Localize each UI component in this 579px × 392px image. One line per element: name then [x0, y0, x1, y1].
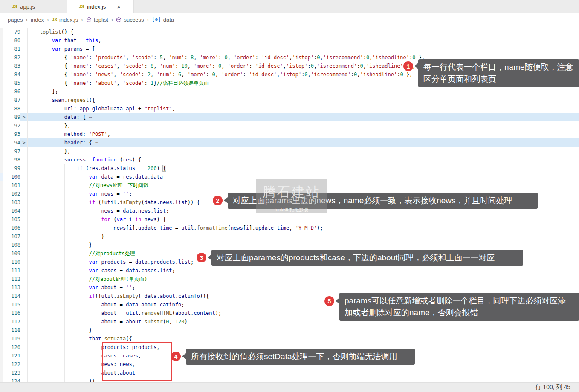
code-text[interactable]: cases: cases, [27, 352, 579, 360]
code-text[interactable]: var products = data.products.list; [27, 258, 579, 266]
code-text[interactable]: { 'name': 'products', 'scode': 5, 'num':… [27, 53, 579, 62]
code-text[interactable]: news[i].update_time = util.formatTime(ne… [27, 224, 579, 232]
gutter-strip [0, 377, 3, 382]
code-text[interactable]: var cases = data.cases.list; [27, 266, 579, 275]
code-text[interactable]: { 'name': 'about', 'scode': 1}//该栏目必须是单页… [27, 79, 579, 87]
code-line-93: 93 method: 'POST', [0, 130, 579, 138]
code-text[interactable]: }, [27, 147, 579, 156]
tab-index.js[interactable]: JSindex.js× [67, 0, 134, 13]
code-text[interactable]: news = data.news.list; [27, 207, 579, 215]
breadcrumb-item-success[interactable]: success [116, 17, 144, 23]
code-text[interactable]: about = util.removeHTML(about.content); [27, 309, 579, 317]
code-text[interactable]: method: 'POST', [27, 130, 579, 138]
code-comment: //对about处理(单页面) [89, 276, 147, 282]
breadcrumb-label: toplist [94, 17, 108, 23]
indent-guides [27, 190, 89, 198]
code-text[interactable]: } [27, 326, 579, 334]
code-text[interactable]: } [27, 232, 579, 241]
code-text[interactable]: //对products处理 [27, 249, 579, 258]
code-text[interactable]: about = data.about.catinfo; [27, 300, 579, 309]
breadcrumb-item-index.js[interactable]: JSindex.js [52, 17, 78, 23]
code-line-97: 97 }, [0, 147, 579, 156]
indent-guides [27, 104, 64, 113]
indent-guides [27, 343, 101, 352]
code-line-124: 124 }) [0, 377, 579, 382]
code-text[interactable]: var news = ''; [27, 190, 579, 198]
code-text[interactable]: { 'name': 'news', 'scode': 2, 'num': 6, … [27, 70, 579, 79]
cursor-position[interactable]: 行 100, 列 45 [536, 383, 579, 391]
fold-toggle [20, 352, 27, 360]
gutter-strip [0, 343, 3, 352]
gutter-strip [0, 173, 3, 181]
code-line-104: 104 news = data.news.list; [0, 207, 579, 215]
code-text[interactable]: if (res.data.status == 200) { [27, 164, 579, 173]
indent-guides [27, 156, 64, 164]
code-text[interactable]: }, [27, 121, 579, 130]
js-file-icon: JS [12, 4, 17, 9]
gutter-strip [0, 164, 3, 173]
gutter-strip [0, 113, 3, 121]
code-text[interactable]: var about = ''; [27, 283, 579, 292]
code-line-110: 110 var products = data.products.list; [0, 258, 579, 266]
code-text[interactable]: products: products, [27, 343, 579, 352]
line-number: 105 [3, 215, 20, 224]
code-text[interactable]: url: app.globalData.api + "toplist", [27, 104, 579, 113]
fold-toggle [20, 181, 27, 190]
line-number: 86 [3, 87, 20, 96]
code-text[interactable]: var data = res.data.data [27, 173, 579, 181]
fold-toggle [20, 241, 27, 249]
code-text[interactable]: for (var i in news) { [27, 215, 579, 224]
breadcrumb-item-pages[interactable]: pages [8, 17, 23, 23]
code-line-92: 92 }, [0, 121, 579, 130]
code-editor[interactable]: 79 toplist() {80 var that = this;81 var … [0, 26, 579, 382]
code-text[interactable]: //对about处理(单页面) [27, 275, 579, 283]
code-text[interactable]: { 'name': 'cases', 'scode': 8, 'num': 10… [27, 62, 579, 70]
code-text[interactable]: } [27, 241, 579, 249]
tab-app.js[interactable]: JSapp.js [0, 0, 67, 13]
fold-toggle[interactable]: > [20, 113, 27, 121]
code-text[interactable]: data: { ⋯ [27, 113, 579, 121]
indent-guides [27, 198, 89, 207]
fold-toggle [20, 53, 27, 62]
code-line-118: 118 } [0, 326, 579, 334]
code-text[interactable]: }) [27, 377, 579, 382]
gutter-strip [0, 369, 3, 377]
code-text[interactable]: about = about.substr(0, 120) [27, 317, 579, 326]
code-text[interactable]: news: news, [27, 360, 579, 369]
code-text[interactable]: that.setData({ [27, 334, 579, 343]
gutter-strip [0, 266, 3, 275]
code-line-79: 79 toplist() { [0, 28, 579, 36]
code-text[interactable]: var that = this; [27, 36, 579, 45]
code-text[interactable]: swan.request({ [27, 96, 579, 104]
line-number: 88 [3, 104, 20, 113]
gutter-strip [0, 70, 3, 79]
code-text[interactable]: header: { ⋯ [27, 138, 579, 147]
code-line-115: 115 about = data.about.catinfo; [0, 300, 579, 309]
fold-toggle[interactable]: > [20, 138, 27, 147]
breadcrumb-item-data[interactable]: [⊘]data [152, 17, 174, 23]
code-text[interactable]: ]; [27, 87, 579, 96]
tab-close-icon[interactable]: × [117, 3, 121, 10]
line-number: 114 [3, 292, 20, 300]
code-text[interactable]: success: function (res) { [27, 156, 579, 164]
gutter-strip [0, 53, 3, 62]
gutter-strip [0, 300, 3, 309]
code-text[interactable]: if(!util.isEmpty( data.about.catinfo)){ [27, 292, 579, 300]
code-line-98: 98 success: function (res) { [0, 156, 579, 164]
code-text[interactable]: if (!util.isEmpty(data.news.list)) { [27, 198, 579, 207]
line-number: 119 [3, 334, 20, 343]
code-text[interactable]: //对news处理一下时间戳 [27, 181, 579, 190]
code-line-112: 112 //对about处理(单页面) [0, 275, 579, 283]
fold-toggle [20, 232, 27, 241]
code-text[interactable]: var params = [ [27, 45, 579, 53]
line-number: 107 [3, 232, 20, 241]
indent-guides [27, 138, 64, 147]
code-text[interactable]: about:about [27, 369, 579, 377]
breadcrumb-item-toplist[interactable]: toplist [86, 17, 108, 23]
gutter-strip [0, 283, 3, 292]
tab-label: app.js [20, 3, 35, 10]
fold-toggle [20, 249, 27, 258]
breadcrumb-separator-icon: › [26, 16, 28, 23]
breadcrumb-item-index[interactable]: index [31, 17, 44, 23]
code-text[interactable]: toplist() { [27, 28, 579, 36]
